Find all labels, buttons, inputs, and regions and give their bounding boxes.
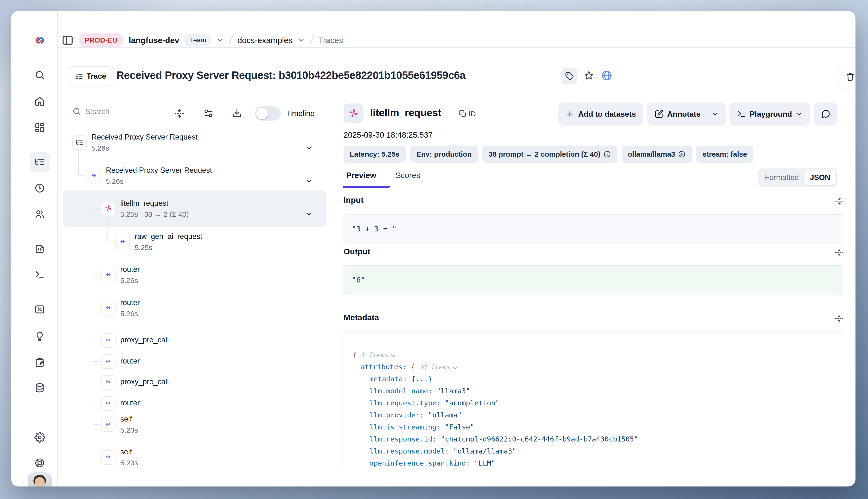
tree-node-span-box[interactable] <box>101 268 115 282</box>
tree-row-label[interactable]: Received Proxy Server Request <box>106 165 212 175</box>
comments-button[interactable] <box>814 102 837 125</box>
add-to-datasets-button[interactable]: Add to datasets <box>558 102 643 125</box>
breadcrumb-separator: / <box>228 34 233 46</box>
arrows-lr-icon <box>104 399 112 408</box>
sidebar-item-annotation[interactable] <box>29 353 50 373</box>
bookmark-star-icon[interactable] <box>584 70 594 81</box>
tree-row-label[interactable]: router <box>120 398 140 408</box>
app-logo-icon[interactable] <box>34 34 46 47</box>
trace-type-chip[interactable]: Trace <box>69 66 112 86</box>
sidebar-item-users[interactable] <box>29 205 50 225</box>
sidebar-item-tracing[interactable] <box>29 152 50 172</box>
sidebar-item-search[interactable] <box>29 65 50 86</box>
tree-row-chevron-down-icon[interactable] <box>305 177 313 185</box>
org-name[interactable]: langfuse-dev <box>129 36 179 45</box>
panel-divider <box>327 82 327 486</box>
tree-row-chevron-down-icon[interactable] <box>305 144 313 152</box>
tree-settings-icon[interactable] <box>203 108 213 118</box>
observation-type-icon-box <box>344 104 363 123</box>
json-line: llm.provider: "ollama" <box>369 409 462 421</box>
fold-icon[interactable] <box>835 197 843 206</box>
project-chevron-down-icon[interactable] <box>298 37 305 44</box>
user-avatar[interactable] <box>28 472 52 486</box>
sidebar-item-dashboard[interactable] <box>29 118 50 138</box>
org-chevron-down-icon[interactable] <box>217 37 224 44</box>
annotate-chevron-down-icon[interactable] <box>712 111 718 118</box>
metadata-json-viewer[interactable]: { 3 Itemsattributes: { 20 Itemsmetadata:… <box>343 331 855 486</box>
fold-icon[interactable] <box>835 314 843 323</box>
timeline-label: Timeline <box>286 109 315 118</box>
tree-node-span-box[interactable] <box>101 333 115 348</box>
tree-row-label[interactable]: self <box>120 447 132 457</box>
metadata-section-tools <box>835 314 855 323</box>
tree-row-label[interactable]: self <box>120 414 132 424</box>
tree-row-chevron-down-icon[interactable] <box>305 210 313 218</box>
tree-row-label[interactable]: Received Proxy Server Request <box>91 132 197 142</box>
desktop-background: PROD-EU langfuse-dev Team / docs-example… <box>0 0 868 499</box>
sidebar-item-insights[interactable] <box>29 327 50 347</box>
collapse-all-icon[interactable] <box>174 108 184 118</box>
format-option-json[interactable]: JSON <box>804 170 836 185</box>
tab-scores[interactable]: Scores <box>395 171 420 180</box>
tree-connector-elbow <box>93 275 100 275</box>
json-collapse-chevron-icon[interactable] <box>391 352 396 357</box>
project-name[interactable]: docs-examples <box>237 36 293 45</box>
json-line: openinference.span.kind: "LLM" <box>369 457 496 469</box>
tree-node-generation-box[interactable] <box>101 202 115 216</box>
trace-type-label: Trace <box>87 72 106 81</box>
tab-preview[interactable]: Preview <box>346 171 376 180</box>
tree-row-label[interactable]: proxy_pre_call <box>120 335 169 345</box>
sidebar-item-playground[interactable] <box>29 265 50 285</box>
sidebar-item-evaluation[interactable] <box>29 300 50 320</box>
public-globe-icon[interactable] <box>601 70 612 81</box>
sidebar-item-settings[interactable] <box>29 428 50 448</box>
generation-icon <box>348 108 359 119</box>
tree-node-span-box[interactable] <box>101 396 115 411</box>
copy-icon[interactable] <box>850 197 855 206</box>
tree-row-label[interactable]: litellm_request <box>120 198 168 208</box>
sidebar-item-sessions[interactable] <box>29 179 50 199</box>
sidebar-toggle-icon[interactable] <box>62 34 74 46</box>
tags-button[interactable] <box>562 68 577 84</box>
plus-circle-icon[interactable] <box>678 150 686 158</box>
playground-button[interactable]: Playground <box>730 102 810 125</box>
tabs-divider <box>327 188 855 188</box>
copy-id-button[interactable]: ID <box>459 110 476 118</box>
arrows-lr-icon <box>104 378 112 387</box>
tree-node-span-box[interactable] <box>101 417 115 432</box>
id-label: ID <box>469 110 476 118</box>
fold-icon[interactable] <box>835 248 843 257</box>
env-badge: PROD-EU <box>79 34 123 47</box>
tree-node-span-box[interactable] <box>115 235 130 249</box>
tree-row-label[interactable]: raw_gen_ai_request <box>135 231 202 242</box>
tree-node-span-box[interactable] <box>101 301 115 315</box>
tree-node-span-box[interactable] <box>72 135 87 150</box>
delete-trace-button[interactable] <box>838 65 855 88</box>
json-collapse-chevron-icon[interactable] <box>453 365 457 369</box>
tree-node-span-box[interactable] <box>101 450 115 465</box>
lifebuoy-icon <box>34 458 45 469</box>
badge-38-prompt-2-completion-40-: 38 prompt → 2 completion (Σ 40) <box>482 146 617 163</box>
tree-row-label[interactable]: proxy_pre_call <box>120 377 169 387</box>
tree-row-label[interactable]: router <box>120 265 140 275</box>
tree-row-label[interactable]: router <box>120 297 140 308</box>
sidebar-item-home[interactable] <box>29 92 50 112</box>
breadcrumb-section[interactable]: Traces <box>318 36 343 45</box>
tree-node-span-box[interactable] <box>87 169 101 183</box>
copy-icon[interactable] <box>850 314 855 323</box>
tree-row-label[interactable]: router <box>120 356 140 366</box>
format-toggle[interactable]: Formatted JSON <box>758 168 837 187</box>
search-icon <box>34 70 45 81</box>
sidebar-item-datasets[interactable] <box>29 378 50 399</box>
sidebar-item-prompts[interactable] <box>29 239 50 259</box>
format-option-formatted[interactable]: Formatted <box>759 173 804 182</box>
tree-search-input[interactable]: Search <box>72 107 109 116</box>
download-icon[interactable] <box>232 108 242 118</box>
sidebar-item-support[interactable] <box>29 453 50 474</box>
tree-node-span-box[interactable] <box>101 375 115 390</box>
copy-icon[interactable] <box>850 248 855 257</box>
timeline-toggle[interactable] <box>255 106 281 121</box>
annotate-button[interactable]: Annotate <box>647 102 725 125</box>
info-circle-icon[interactable] <box>603 150 611 158</box>
tree-node-span-box[interactable] <box>101 354 115 369</box>
